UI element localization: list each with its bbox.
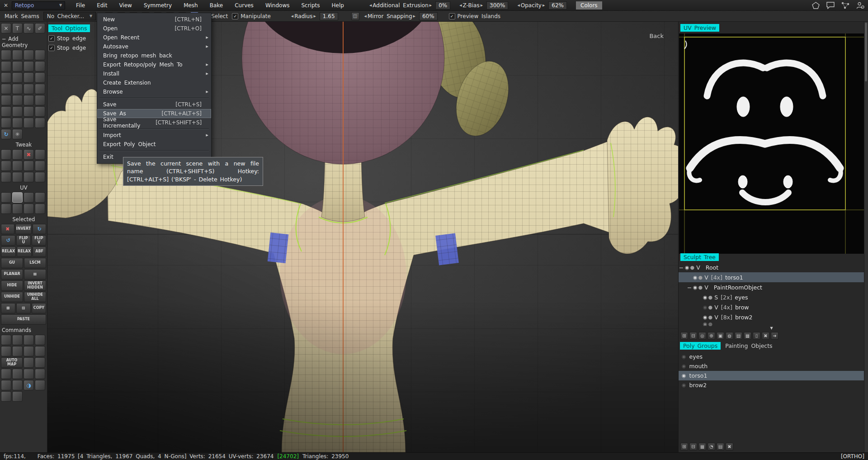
flip-u-button[interactable]: FLIP U xyxy=(16,235,31,246)
lscm-button[interactable]: LSCM xyxy=(24,258,46,268)
grid-icon[interactable]: ▦ xyxy=(698,443,706,451)
tree-row-selected[interactable]: ◉● V [4x] torso1 xyxy=(679,272,864,282)
tool-icon[interactable] xyxy=(35,95,45,105)
menu-mesh[interactable]: Mesh xyxy=(184,2,198,9)
visibility-eye-icon[interactable]: ◉ xyxy=(693,285,698,290)
close-icon[interactable]: ✕ xyxy=(4,2,8,9)
menu-help[interactable]: Help xyxy=(332,2,344,9)
stop-edge-checkbox[interactable]: ✓ Stop edge xyxy=(48,35,96,42)
z-bias-value[interactable]: 300% xyxy=(486,1,508,9)
visibility-eye-off-icon[interactable]: ◉ xyxy=(682,382,686,388)
tool-icon[interactable] xyxy=(12,106,23,117)
tool-icon[interactable] xyxy=(35,204,45,214)
stop-edge-checkbox-2[interactable]: ✓ Stop edge xyxy=(48,45,96,51)
list-item[interactable]: ◉ brow2 xyxy=(679,380,864,390)
sculpt-tree-title[interactable]: Sculpt Tree xyxy=(680,253,719,261)
menu-scripts[interactable]: Scripts xyxy=(301,2,320,9)
gu-button[interactable]: GU xyxy=(1,258,23,268)
visibility-eye-icon[interactable]: ◉ xyxy=(703,314,708,320)
abf-button[interactable]: ABF xyxy=(33,247,46,257)
tool-icon[interactable] xyxy=(1,172,11,182)
additional-extrusion-value[interactable]: 0% xyxy=(435,1,450,9)
tool-icon[interactable] xyxy=(1,192,11,203)
tool-icon[interactable] xyxy=(24,72,34,83)
tool-icon[interactable] xyxy=(12,118,23,128)
pen-tool-icon[interactable]: ✐ xyxy=(35,23,45,33)
tool-icon[interactable] xyxy=(24,106,34,117)
mirror-snapping-value[interactable]: 60% xyxy=(419,12,438,20)
menu-bake[interactable]: Bake xyxy=(210,2,223,9)
user-settings-icon[interactable] xyxy=(856,2,864,9)
home-icon[interactable] xyxy=(812,2,820,9)
visibility-eye-off-icon[interactable]: ◉ xyxy=(682,354,686,360)
visibility-eye-off-icon[interactable]: ◉ xyxy=(682,363,686,369)
tool-icon[interactable] xyxy=(35,335,45,345)
visibility-eye-icon[interactable]: ◉ xyxy=(693,275,698,280)
tool-icon[interactable] xyxy=(1,84,11,94)
scroll-down-icon[interactable]: ▼ xyxy=(679,326,864,331)
radius-control[interactable]: ◀ Radius ▶ 1.65 xyxy=(290,12,338,20)
preview-islands-checkbox[interactable]: ✓ Preview Islands xyxy=(449,13,500,19)
decrement-icon[interactable]: ◀ xyxy=(516,4,520,7)
menu-edit[interactable]: Edit xyxy=(97,2,107,9)
decrement-icon[interactable]: ◀ xyxy=(290,14,294,18)
sphere-tool-icon[interactable]: ◑ xyxy=(24,380,34,390)
shader-ball-icon[interactable]: ● xyxy=(708,294,713,300)
shader-ball-icon[interactable]: ● xyxy=(708,314,713,320)
tool-icon[interactable] xyxy=(1,204,11,214)
list-item[interactable]: ◉ eyes xyxy=(679,352,864,361)
tool-icon[interactable] xyxy=(24,369,34,379)
tool-icon[interactable] xyxy=(35,357,45,368)
tool-icon[interactable] xyxy=(1,106,11,117)
tool-icon[interactable] xyxy=(1,50,11,60)
tool-icon[interactable] xyxy=(12,346,23,356)
tool-icon[interactable] xyxy=(12,61,23,71)
tool-icon[interactable] xyxy=(35,61,45,71)
tool-icon[interactable] xyxy=(35,380,45,390)
tool-icon[interactable] xyxy=(24,161,34,171)
panel-scrollbar[interactable] xyxy=(864,22,868,452)
tab-poly-groups[interactable]: Poly Groups xyxy=(680,342,721,350)
menu-curves[interactable]: Curves xyxy=(235,2,254,9)
shader-ball-icon[interactable]: ● xyxy=(708,304,713,310)
section-uv[interactable]: UV xyxy=(2,185,46,191)
increment-icon[interactable]: ▶ xyxy=(312,14,316,18)
list-icon[interactable]: ▤ xyxy=(735,332,742,340)
additional-extrusion-control[interactable]: ◀ Additional Extrusion ▶ 0% xyxy=(368,1,450,9)
tool-icon[interactable] xyxy=(24,95,34,105)
menu-view[interactable]: View xyxy=(119,2,132,9)
list-item[interactable]: ◉ mouth xyxy=(679,361,864,371)
flip-icon[interactable]: ↺ xyxy=(1,235,15,246)
tab-painting-objects[interactable]: Painting Objects xyxy=(725,342,772,349)
room-mode-dropdown[interactable]: Retopo ▼ xyxy=(12,1,65,9)
tool-icon[interactable] xyxy=(24,357,34,368)
tree-row[interactable]: − ◉● V Root xyxy=(679,262,864,272)
z-bias-control[interactable]: ◀ Z-Bias ▶ 300% xyxy=(458,1,508,9)
tool-icon[interactable] xyxy=(1,118,11,128)
increment-icon[interactable]: ▶ xyxy=(429,4,433,7)
tool-icon[interactable] xyxy=(1,72,11,83)
tool-icon[interactable] xyxy=(1,335,11,345)
mirror-snapping-control[interactable]: ◀ Mirror Snapping ▶ 60% xyxy=(363,12,438,20)
section-selected[interactable]: Selected xyxy=(2,216,46,223)
menu-item-import[interactable]: Import▶ xyxy=(97,131,211,140)
tree-row[interactable]: ◉● V [4x] brow xyxy=(679,302,864,312)
tool-icon[interactable] xyxy=(12,172,23,182)
hide-button[interactable]: HIDE xyxy=(1,280,23,291)
sphere-icon[interactable]: ◎ xyxy=(698,332,706,340)
mark-seams-button[interactable]: Mark Seams xyxy=(5,13,39,19)
radius-value[interactable]: 1.65 xyxy=(320,12,338,20)
menu-item-autosave[interactable]: Autosave▶ xyxy=(97,42,211,51)
file-icon[interactable]: ▯ xyxy=(753,332,760,340)
visibility-eye-icon[interactable]: ◉ xyxy=(703,294,708,300)
delete-tool-icon[interactable]: ✖ xyxy=(24,149,34,160)
visibility-eye-off-icon[interactable]: ◉ xyxy=(703,304,708,310)
menu-item-browse[interactable]: Browse▶ xyxy=(97,87,211,96)
tree-row[interactable]: ◉● S [2x] eyes xyxy=(679,292,864,302)
tool-icon[interactable] xyxy=(35,50,45,60)
hide-icon[interactable]: ▦ xyxy=(24,269,46,280)
cycle-icon[interactable]: ↻ xyxy=(33,224,46,234)
tool-icon[interactable] xyxy=(24,335,34,345)
collapse-icon[interactable]: − xyxy=(2,36,6,42)
flip-v-button[interactable]: FLIP V xyxy=(32,235,46,246)
